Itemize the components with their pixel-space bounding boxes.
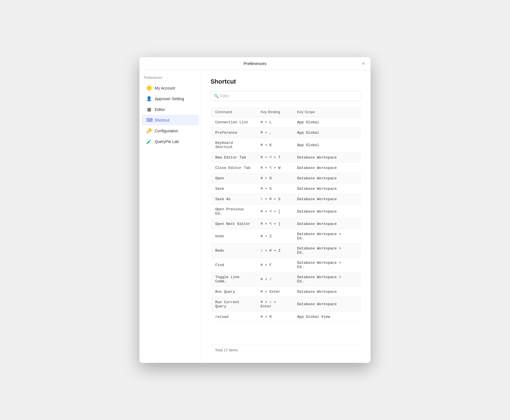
sidebar-item-label: Approver Setting	[155, 97, 184, 101]
editor-icon: ▦	[146, 107, 152, 112]
keybinding-cell: ⌘ + O	[256, 173, 293, 184]
keybinding-cell: ⌘ + S	[256, 184, 293, 194]
action-cell	[352, 117, 362, 128]
page-title: Shortcut	[210, 78, 362, 85]
modal-body: Preferences 🟡 My Account 👤 Approver Sett…	[139, 70, 371, 363]
keyscope-cell: App Global	[293, 138, 352, 152]
action-cell	[352, 204, 362, 219]
keybinding-cell: ⌘ + ⌥ + [	[256, 204, 293, 219]
table-header: Key Scope	[293, 107, 352, 117]
table-row: Save⌘ + SDatabase Workspace	[211, 184, 362, 194]
command-cell: Run Query	[211, 287, 256, 297]
command-cell: Preference	[211, 128, 256, 138]
action-cell	[352, 287, 362, 297]
keybinding-cell: ⌘ + R	[256, 312, 293, 322]
action-cell	[352, 272, 362, 287]
action-cell	[352, 229, 362, 243]
command-cell: Save	[211, 184, 256, 194]
sidebar-item-my-account[interactable]: 🟡 My Account	[142, 83, 199, 93]
command-cell: Undo	[211, 229, 256, 243]
keyscope-cell: Database Workspace	[293, 287, 352, 297]
configuration-icon: 🔑	[146, 128, 152, 133]
keybinding-cell: ⌘ + L	[256, 117, 293, 128]
keyscope-cell: Database Workspace > Ed…	[293, 243, 352, 258]
sidebar-item-approver-setting[interactable]: 👤 Approver Setting	[142, 93, 199, 104]
sidebar-item-configuration[interactable]: 🔑 Configuration	[142, 126, 199, 136]
command-cell: Open Next Editor	[211, 219, 256, 229]
keyscope-cell: Database Workspace > Ed…	[293, 258, 352, 272]
modal-header: Preferences ×	[139, 57, 371, 70]
keyscope-cell: Database Workspace	[293, 194, 352, 204]
keybinding-cell: ⌘ + F	[256, 258, 293, 272]
command-cell: Redo	[211, 243, 256, 258]
keybinding-cell: ⌘ + ⇧ + Enter	[256, 297, 293, 312]
preferences-modal: Preferences × Preferences 🟡 My Account 👤…	[139, 57, 371, 363]
keybinding-cell: ⌘ + Z	[256, 229, 293, 243]
command-cell: Keyboard Shortcut	[211, 138, 256, 152]
command-cell: New Editor Tab	[211, 152, 256, 163]
table-row: Keyboard Shortcut⌘ + KApp Global	[211, 138, 362, 152]
keybinding-cell: ⇧ + ⌘ + S	[256, 194, 293, 204]
action-cell	[352, 194, 362, 204]
shortcut-table: CommandKey BindingKey Scope Connection L…	[210, 107, 362, 345]
action-cell	[352, 297, 362, 312]
action-cell	[352, 184, 362, 194]
table-row: Find⌘ + FDatabase Workspace > Ed…	[211, 258, 362, 272]
sidebar-item-querypie-lab[interactable]: 🧪 QueryPie Lab	[142, 136, 199, 147]
table-header: Key Binding	[256, 107, 293, 117]
shortcut-icon: ⌨	[146, 117, 152, 123]
keyscope-cell: Database Workspace	[293, 173, 352, 184]
close-button[interactable]: ×	[361, 60, 366, 67]
keyscope-cell: Database Workspace	[293, 297, 352, 312]
keyscope-cell: Database Workspace > Ed…	[293, 229, 352, 243]
sidebar-item-editor[interactable]: ▦ Editor	[142, 104, 199, 115]
my-account-icon: 🟡	[146, 85, 152, 91]
command-cell: Open Previous Ed…	[211, 204, 256, 219]
action-cell	[352, 258, 362, 272]
filter-input[interactable]	[210, 91, 362, 101]
keyscope-cell: Database Workspace > Ed…	[293, 272, 352, 287]
table-row: Save As⇧ + ⌘ + SDatabase Workspace	[211, 194, 362, 204]
action-cell	[352, 243, 362, 258]
keybinding-cell: ⇧ + ⌘ + Z	[256, 243, 293, 258]
table-row: Undo⌘ + ZDatabase Workspace > Ed…	[211, 229, 362, 243]
table-row: Open Previous Ed…⌘ + ⌥ + [Database Works…	[211, 204, 362, 219]
command-cell: Save As	[211, 194, 256, 204]
sidebar-section-label: Preferences	[139, 76, 201, 82]
keybinding-cell: ⌘ + ⌥ + ]	[256, 219, 293, 229]
sidebar-item-shortcut[interactable]: ⌨ Shortcut	[142, 115, 199, 125]
action-cell	[352, 173, 362, 184]
keyscope-cell: Database Workspace	[293, 163, 352, 173]
table-header	[352, 107, 362, 117]
action-cell	[352, 163, 362, 173]
keyscope-cell: Database Workspace	[293, 219, 352, 229]
sidebar-item-label: Editor	[155, 107, 165, 112]
command-cell: Open	[211, 173, 256, 184]
keybinding-cell: ⌘ + Enter	[256, 287, 293, 297]
querypie-lab-icon: 🧪	[146, 139, 152, 144]
spacer-row	[211, 322, 362, 345]
table-row: Connection List⌘ + LApp Global	[211, 117, 362, 128]
keybinding-cell: ⌘ + ⌥ + T	[256, 152, 293, 163]
table-row: Run Query⌘ + EnterDatabase Workspace	[211, 287, 362, 297]
table-row: New Editor Tab⌘ + ⌥ + TDatabase Workspac…	[211, 152, 362, 163]
modal-title: Preferences	[244, 61, 267, 66]
table-row: Close Editor Tab⌘ + ⌥ + WDatabase Worksp…	[211, 163, 362, 173]
table-row: Preference⌘ + ,App Global	[211, 128, 362, 138]
approver-setting-icon: 👤	[146, 96, 152, 101]
table-row: Toggle Line Comm…⌘ + /Database Workspace…	[211, 272, 362, 287]
sidebar: Preferences 🟡 My Account 👤 Approver Sett…	[139, 70, 201, 363]
command-cell: Toggle Line Comm…	[211, 272, 256, 287]
keyscope-cell: App Global View	[293, 312, 352, 322]
keybinding-cell: ⌘ + K	[256, 138, 293, 152]
main-content: Shortcut 🔍 CommandKey BindingKey Scope C…	[201, 70, 371, 363]
command-cell: Close Editor Tab	[211, 163, 256, 173]
search-icon: 🔍	[214, 94, 219, 98]
table-footer: Total 17 Items	[210, 345, 362, 355]
sidebar-item-label: QueryPie Lab	[155, 139, 179, 144]
command-cell: reload	[211, 312, 256, 322]
action-cell	[352, 138, 362, 152]
keybinding-cell: ⌘ + /	[256, 272, 293, 287]
keyscope-cell: Database Workspace	[293, 204, 352, 219]
table-row: Open Next Editor⌘ + ⌥ + ]Database Worksp…	[211, 219, 362, 229]
